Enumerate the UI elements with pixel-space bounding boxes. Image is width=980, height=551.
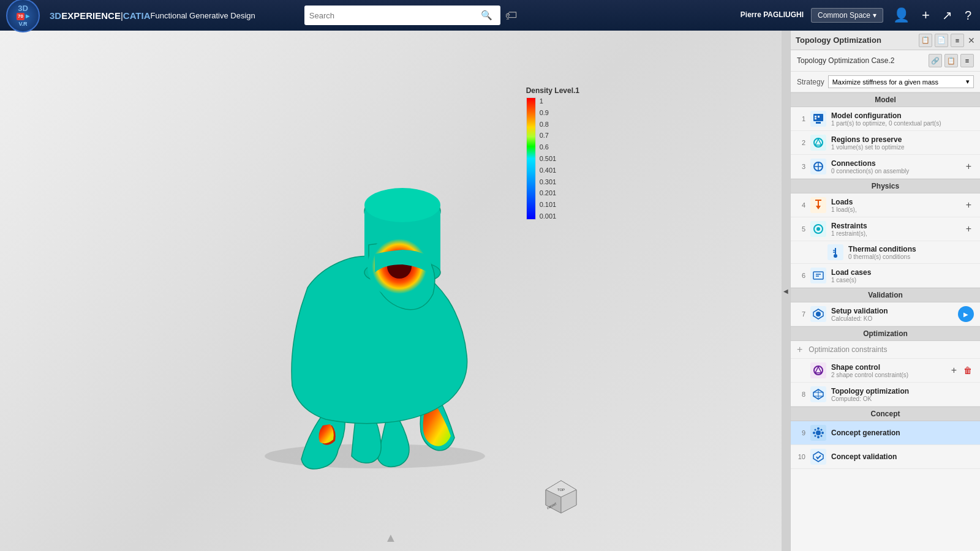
user-profile-icon[interactable]: 👤 <box>891 5 912 26</box>
strategy-row: Strategy Maximize stiffness for a given … <box>791 72 980 92</box>
concept-generation-item[interactable]: 9 Concept generation <box>791 421 980 445</box>
svg-point-46 <box>817 427 820 430</box>
case-btn-3[interactable]: ≡ <box>960 54 974 67</box>
loads-add-button[interactable]: + <box>963 198 974 212</box>
panel-toolbar-btn-1[interactable]: 📋 <box>919 34 932 47</box>
shape-control-icon <box>810 362 826 378</box>
optimization-constraints-row[interactable]: + Optimization constraints <box>791 341 980 359</box>
app-title: 3D EXPERIENCE | CATIA Functional Generat… <box>50 10 255 21</box>
optimization-section-header: Optimization <box>791 326 980 341</box>
legend-value-11: 0.001 <box>540 212 557 220</box>
shape-control-delete-button[interactable]: 🗑 <box>962 364 974 377</box>
setup-validation-item[interactable]: 7 Setup validation Calculated: KO ▶ <box>791 302 980 326</box>
legend-value-6: 0.501 <box>540 155 557 162</box>
concept-gen-icon <box>810 425 826 441</box>
physics-section-header: Physics <box>791 179 980 193</box>
svg-point-4 <box>364 188 440 222</box>
validation-section-header: Validation <box>791 288 980 302</box>
connections-icon <box>810 159 826 174</box>
svg-marker-40 <box>815 367 821 373</box>
logo-area: 3D 70 ▶ V.R <box>6 0 40 32</box>
opt-constraint-add-icon[interactable]: + <box>797 344 802 355</box>
tag-icon[interactable]: 🏷 <box>505 9 518 23</box>
panel-header: Topology Optimization 📋 📄 ≡ ✕ <box>791 31 980 50</box>
case-btn-2[interactable]: 📋 <box>944 54 958 67</box>
load-cases-icon <box>810 268 826 283</box>
restraints-add-button[interactable]: + <box>963 222 974 236</box>
3d-model <box>191 92 559 490</box>
chevron-left-icon: ◀ <box>783 288 788 294</box>
help-icon[interactable]: ? <box>962 6 974 25</box>
model-config-icon <box>810 111 826 127</box>
case-name: Topology Optimization Case.2 <box>797 56 925 65</box>
legend-value-1: 1 <box>540 97 557 105</box>
legend-value-10: 0.101 <box>540 201 557 208</box>
shape-control-add-button[interactable]: + <box>949 364 959 377</box>
compass-logo[interactable]: 3D 70 ▶ V.R <box>6 0 40 32</box>
thermal-conditions-item[interactable]: Thermal conditions 0 thermal(s) conditio… <box>791 241 980 264</box>
concept-validation-item[interactable]: 10 Concept validation <box>791 445 980 469</box>
shape-control-item[interactable]: Shape control 2 shape control constraint… <box>791 359 980 383</box>
topology-optimization-panel: Topology Optimization 📋 📄 ≡ ✕ Topology O… <box>790 31 980 551</box>
loads-item[interactable]: 4 Loads 1 load(s), + <box>791 193 980 217</box>
svg-text:TOP: TOP <box>557 488 565 492</box>
panel-close-button[interactable]: ✕ <box>968 36 975 45</box>
regions-icon <box>810 135 826 151</box>
main-area: Density Level.1 1 0.9 0.8 0.7 0.6 0.501 … <box>0 31 980 551</box>
svg-rect-19 <box>815 118 816 119</box>
panel-collapse-handle[interactable]: ◀ <box>782 31 790 551</box>
panel-toolbar: 📋 📄 ≡ <box>919 34 964 47</box>
shape-control-actions: + 🗑 <box>949 364 974 377</box>
header-right: Pierre PAGLIUGHI Common Space ▾ 👤 + ↗ ? <box>741 5 974 26</box>
topology-optimization-item[interactable]: 8 Topology optimization Computed: OK <box>791 383 980 407</box>
case-name-row: Topology Optimization Case.2 🔗 📋 ≡ <box>791 50 980 72</box>
common-space-button[interactable]: Common Space ▾ <box>811 8 883 23</box>
panel-title: Topology Optimization <box>796 36 881 45</box>
gradient-bar <box>526 97 536 220</box>
model-section-header: Model <box>791 92 980 107</box>
svg-point-38 <box>816 312 821 317</box>
restraints-icon <box>810 221 826 237</box>
user-info: Pierre PAGLIUGHI <box>741 10 804 20</box>
connections-add-button[interactable]: + <box>963 160 974 173</box>
svg-marker-54 <box>813 452 823 462</box>
svg-marker-21 <box>815 139 821 145</box>
strategy-select[interactable]: Maximize stiffness for a given mass ▾ <box>828 75 974 88</box>
add-icon[interactable]: + <box>919 5 932 26</box>
regions-to-preserve-item[interactable]: 2 Regions to preserve 1 volume(s) set to… <box>791 131 980 155</box>
svg-rect-34 <box>813 272 823 279</box>
legend-bar: 1 0.9 0.8 0.7 0.6 0.501 0.401 0.301 0.20… <box>526 97 579 220</box>
thermal-icon <box>827 244 843 260</box>
search-icon[interactable]: 🔍 <box>481 10 492 21</box>
load-cases-item[interactable]: 6 Load cases 1 case(s) <box>791 264 980 288</box>
setup-validation-play-button[interactable]: ▶ <box>958 306 974 322</box>
connections-item[interactable]: 3 Connections 0 connection(s) on assembl… <box>791 155 980 179</box>
case-toolbar: 🔗 📋 ≡ <box>929 54 974 67</box>
svg-point-50 <box>815 429 816 431</box>
header: 3D 70 ▶ V.R 3D EXPERIENCE | CATIA Functi… <box>0 0 980 31</box>
panel-toolbar-btn-3[interactable]: ≡ <box>951 34 964 47</box>
svg-point-47 <box>817 436 820 438</box>
svg-rect-16 <box>816 122 821 124</box>
topology-opt-icon <box>810 386 826 402</box>
legend-value-9: 0.201 <box>540 189 557 197</box>
case-btn-1[interactable]: 🔗 <box>929 54 942 67</box>
search-bar[interactable]: 🔍 <box>304 6 500 25</box>
viewport[interactable]: Density Level.1 1 0.9 0.8 0.7 0.6 0.501 … <box>0 31 782 551</box>
loads-icon <box>810 197 826 213</box>
setup-validation-icon <box>810 306 826 322</box>
chevron-down-icon: ▾ <box>873 11 876 20</box>
bottom-arrow[interactable]: ▲ <box>385 531 397 545</box>
svg-point-31 <box>834 254 837 258</box>
search-input[interactable] <box>309 11 481 20</box>
svg-point-52 <box>815 435 816 437</box>
chevron-up-icon[interactable]: ▲ <box>385 531 397 544</box>
share-icon[interactable]: ↗ <box>940 6 955 25</box>
restraints-item[interactable]: 5 Restraints 1 restraint(s), + <box>791 217 980 241</box>
nav-cube[interactable]: TOP FRONT <box>543 478 579 514</box>
legend-value-4: 0.7 <box>540 132 557 139</box>
model-configuration-item[interactable]: 1 Model configuration 1 part(s) to optim… <box>791 107 980 131</box>
legend-value-5: 0.6 <box>540 143 557 151</box>
panel-toolbar-btn-2[interactable]: 📄 <box>935 34 948 47</box>
svg-point-48 <box>813 432 815 434</box>
